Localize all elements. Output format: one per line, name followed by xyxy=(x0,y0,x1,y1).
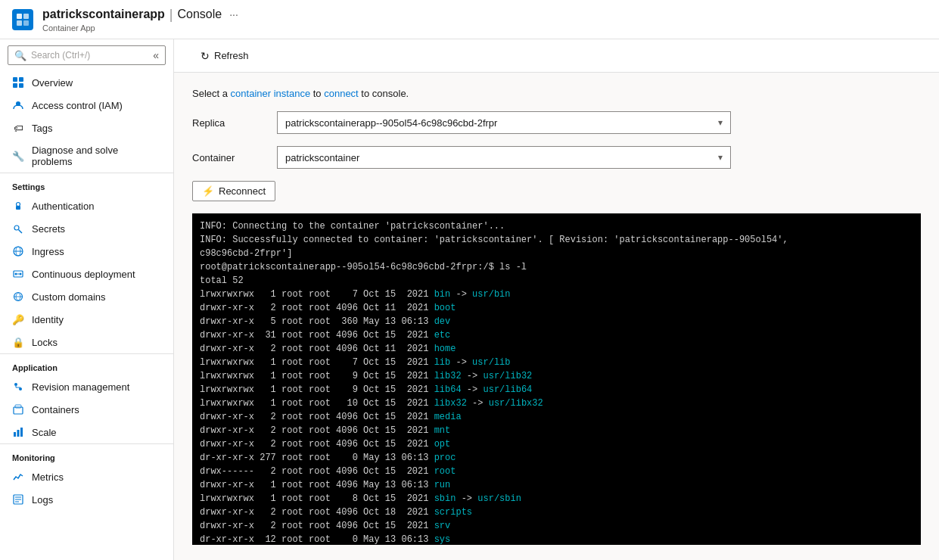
secrets-icon xyxy=(12,222,24,235)
overview-icon xyxy=(12,76,24,89)
tags-icon: 🏷 xyxy=(12,122,24,134)
sidebar-item-iam[interactable]: Access control (IAM) xyxy=(0,94,173,117)
terminal-line: drwxr-xr-x 2 root root 4096 Oct 18 2021 … xyxy=(200,506,913,519)
refresh-button[interactable]: ↻ Refresh xyxy=(192,46,257,66)
svg-rect-6 xyxy=(13,83,17,88)
terminal-line: total 52 xyxy=(200,274,913,288)
header-separator: | xyxy=(169,7,173,23)
terminal-line: lrwxrwxrwx 1 root root 9 Oct 15 2021 lib… xyxy=(200,369,913,383)
terminal-line: drwxr-xr-x 2 root root 4096 Oct 11 2021 … xyxy=(200,301,913,315)
search-icon: 🔍 xyxy=(14,50,26,61)
sidebar-item-locks[interactable]: 🔒 Locks xyxy=(0,331,173,353)
svg-point-22 xyxy=(14,383,17,386)
sidebar-item-logs[interactable]: Logs xyxy=(0,488,173,511)
monitoring-section-label: Monitoring xyxy=(0,444,173,465)
sidebar-label-authentication: Authentication xyxy=(32,201,161,212)
sidebar-label-overview: Overview xyxy=(32,77,161,89)
container-dropdown-icon: ▾ xyxy=(718,152,723,163)
logs-icon xyxy=(12,493,24,506)
svg-rect-0 xyxy=(17,14,22,19)
svg-point-18 xyxy=(20,273,22,275)
refresh-label: Refresh xyxy=(214,50,249,61)
instance-link[interactable]: instance xyxy=(274,88,310,99)
sidebar-label-scale: Scale xyxy=(32,427,161,438)
search-box[interactable]: 🔍 Search (Ctrl+/) « xyxy=(8,45,166,65)
header-more-icon[interactable]: ··· xyxy=(229,8,238,20)
content-area: ↻ Refresh Select a container instance to… xyxy=(174,39,939,560)
sidebar-label-containers: Containers xyxy=(32,404,161,415)
main-layout: 🔍 Search (Ctrl+/) « Overview Access cont… xyxy=(0,39,939,560)
terminal-line: lrwxrwxrwx 1 root root 9 Oct 15 2021 lib… xyxy=(200,383,913,397)
reconnect-button[interactable]: ⚡ Reconnect xyxy=(192,181,275,201)
reconnect-section: ⚡ Reconnect xyxy=(192,181,921,201)
connect-link[interactable]: connect xyxy=(324,88,359,99)
svg-point-9 xyxy=(17,203,20,207)
sidebar-item-overview[interactable]: Overview xyxy=(0,71,173,94)
identity-icon: 🔑 xyxy=(12,313,24,325)
terminal-line: lrwxrwxrwx 1 root root 8 Oct 15 2021 sbi… xyxy=(200,492,913,506)
terminal-line: drwxr-xr-x 2 root root 4096 Oct 15 2021 … xyxy=(200,424,913,437)
sidebar-item-continuous-deployment[interactable]: Continuous deployment xyxy=(0,263,173,285)
sidebar-item-tags[interactable]: 🏷 Tags xyxy=(0,117,173,139)
svg-point-23 xyxy=(19,387,22,390)
container-select[interactable]: patrickscontainer ▾ xyxy=(277,146,731,169)
locks-icon: 🔒 xyxy=(12,336,24,348)
collapse-sidebar-icon[interactable]: « xyxy=(153,49,159,61)
sidebar-item-diagnose[interactable]: 🔧 Diagnose and solve problems xyxy=(0,139,173,173)
sidebar-label-metrics: Metrics xyxy=(32,471,161,483)
terminal[interactable]: INFO: Connecting to the container 'patri… xyxy=(192,213,921,545)
iam-icon xyxy=(12,99,24,111)
container-field-row: Container patrickscontainer ▾ xyxy=(192,146,921,169)
sidebar-label-diagnose: Diagnose and solve problems xyxy=(32,145,161,167)
sidebar-item-metrics[interactable]: Metrics xyxy=(0,465,173,488)
replica-select[interactable]: patrickscontainerapp--905ol54-6c98c96cbd… xyxy=(277,111,731,134)
sidebar-label-ingress: Ingress xyxy=(32,246,161,257)
terminal-line: dr-xr-xr-x 12 root root 0 May 13 06:13 s… xyxy=(200,533,913,545)
top-header: patrickscontainerapp | Console ··· Conta… xyxy=(0,0,939,39)
sidebar-item-scale[interactable]: Scale xyxy=(0,421,173,443)
terminal-line: drwxr-xr-x 2 root root 4096 Oct 15 2021 … xyxy=(200,519,913,533)
sidebar-item-identity[interactable]: 🔑 Identity xyxy=(0,308,173,331)
content-body: Select a container instance to connect t… xyxy=(174,73,939,560)
cd-icon xyxy=(12,268,24,280)
sidebar-label-tags: Tags xyxy=(32,123,161,134)
scale-icon xyxy=(12,426,24,438)
ingress-icon xyxy=(12,245,24,257)
sidebar-item-secrets[interactable]: Secrets xyxy=(0,217,173,240)
auth-icon xyxy=(12,200,24,212)
terminal-line: c98c96cbd-2frpr'] xyxy=(200,247,913,260)
sidebar-item-custom-domains[interactable]: Custom domains xyxy=(0,285,173,308)
svg-rect-5 xyxy=(19,77,23,82)
reconnect-label: Reconnect xyxy=(219,185,266,197)
terminal-line: lrwxrwxrwx 1 root root 7 Oct 15 2021 lib… xyxy=(200,356,913,369)
replica-label: Replica xyxy=(192,117,268,129)
svg-point-17 xyxy=(15,273,17,275)
instruction-text: Select a container instance to connect t… xyxy=(192,88,921,99)
search-placeholder: Search (Ctrl+/) xyxy=(31,50,148,61)
content-toolbar: ↻ Refresh xyxy=(174,39,939,73)
svg-rect-2 xyxy=(17,20,22,26)
header-title: patrickscontainerapp | Console ··· Conta… xyxy=(42,7,238,33)
sidebar-item-ingress[interactable]: Ingress xyxy=(0,240,173,263)
sidebar-item-authentication[interactable]: Authentication xyxy=(0,194,173,217)
sidebar: 🔍 Search (Ctrl+/) « Overview Access cont… xyxy=(0,39,174,560)
replica-field-row: Replica patrickscontainerapp--905ol54-6c… xyxy=(192,111,921,134)
settings-section-label: Settings xyxy=(0,173,173,194)
sidebar-item-revision[interactable]: Revision management xyxy=(0,375,173,398)
svg-rect-7 xyxy=(19,83,23,88)
header-app-name: patrickscontainerapp xyxy=(42,8,165,21)
diagnose-icon: 🔧 xyxy=(12,150,24,162)
replica-dropdown-icon: ▾ xyxy=(718,117,723,128)
refresh-icon: ↻ xyxy=(201,50,210,62)
metrics-icon xyxy=(12,471,24,483)
terminal-line: INFO: Connecting to the container 'patri… xyxy=(200,219,913,233)
container-link[interactable]: container xyxy=(231,88,271,99)
header-subtitle: Container App xyxy=(42,23,238,33)
sidebar-label-secrets: Secrets xyxy=(32,223,161,235)
sidebar-label-iam: Access control (IAM) xyxy=(32,100,161,111)
header-page-title: Console xyxy=(178,8,222,21)
sidebar-item-containers[interactable]: Containers xyxy=(0,398,173,421)
terminal-line: lrwxrwxrwx 1 root root 10 Oct 15 2021 li… xyxy=(200,397,913,410)
app-icon xyxy=(12,9,33,30)
svg-line-12 xyxy=(19,230,23,234)
